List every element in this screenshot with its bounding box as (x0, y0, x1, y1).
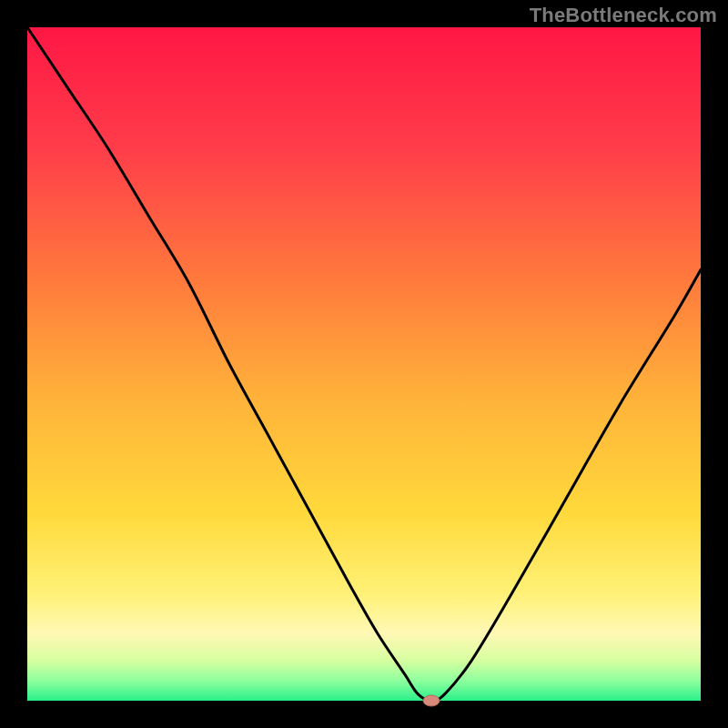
plot-background (27, 27, 701, 701)
chart-container: TheBottleneck.com (0, 0, 728, 728)
bottleneck-chart (0, 0, 728, 728)
watermark-text: TheBottleneck.com (530, 4, 717, 27)
optimal-point-marker (423, 695, 440, 706)
